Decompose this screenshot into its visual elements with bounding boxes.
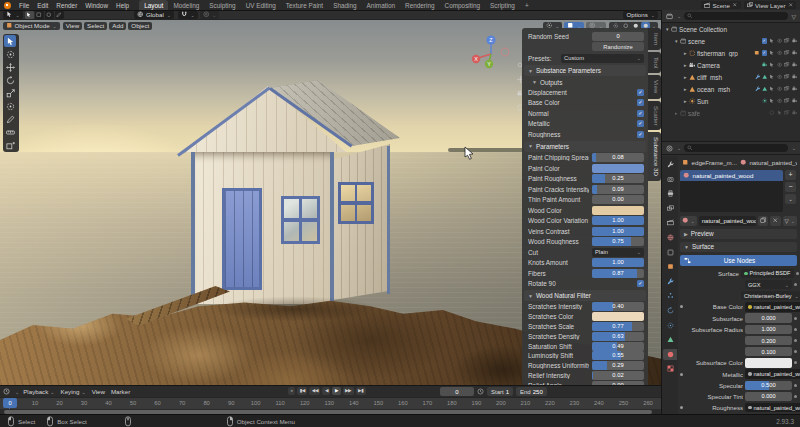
outliner-search-input[interactable] <box>684 12 788 20</box>
properties-search-input[interactable] <box>684 144 788 152</box>
tab-scripting[interactable]: Scripting <box>485 0 520 10</box>
disclosure-arrow[interactable]: ▸ <box>684 86 687 92</box>
scene-selector[interactable]: Scene <box>701 1 741 9</box>
sidebar-tab-substance-3d[interactable]: Substance 3D <box>648 132 661 181</box>
decorator-dot[interactable] <box>794 395 797 398</box>
checkbox-displacement[interactable]: ✓ <box>637 89 644 96</box>
scratches-intensity-slider[interactable]: 0.40 <box>592 302 644 311</box>
jump-to-start-button[interactable]: ▮◀ <box>297 387 307 395</box>
circle-toggle-icon[interactable] <box>769 110 775 116</box>
select-mode-circle[interactable] <box>45 11 54 19</box>
checkbox-metallic[interactable]: ✓ <box>637 120 644 127</box>
tab-layout[interactable]: Layout <box>139 0 168 10</box>
outliner-row-cliff-msh[interactable]: ▸cliff_msh <box>662 71 800 83</box>
disclosure-arrow[interactable]: ▸ <box>675 110 678 116</box>
wood-color-variation-slider[interactable]: 1.00 <box>592 216 644 225</box>
tool-transform[interactable] <box>4 100 16 112</box>
parameters-header[interactable]: ▼Parameters <box>524 141 646 152</box>
scratches-scale-slider[interactable]: 0.77 <box>592 322 644 331</box>
luminosity-shift-slider[interactable]: 0.55 <box>592 351 644 360</box>
decorator-dot[interactable] <box>794 283 797 286</box>
cam-toggle-icon[interactable] <box>792 110 798 116</box>
play-button[interactable]: ▶ <box>332 387 340 395</box>
properties-tab-constraints[interactable] <box>663 320 677 331</box>
christensen-burley-dropdown[interactable]: Christensen-Burley⌄ <box>741 291 800 300</box>
cursor-toggle-icon[interactable] <box>769 74 775 80</box>
properties-tab-object[interactable] <box>663 261 677 272</box>
breadcrumb-object[interactable]: edgeFrame_m... <box>692 159 737 166</box>
roughness-uniformity-slider[interactable]: 0.29 <box>592 361 644 370</box>
jump-to-end-button[interactable]: ▶▮ <box>356 387 366 395</box>
add-slot-button[interactable]: + <box>785 170 796 180</box>
properties-tab-view-layer[interactable] <box>663 203 677 214</box>
frame-start-field[interactable]: Start1 <box>487 387 513 396</box>
cursor-toggle-icon[interactable] <box>769 38 775 44</box>
relief-intensity-slider[interactable]: 0.02 <box>592 371 644 380</box>
sidebar-tab-scatter[interactable]: Scatter <box>648 101 661 131</box>
value-value-field[interactable]: 0.200 <box>745 336 792 345</box>
cam-toggle-icon[interactable] <box>792 86 798 92</box>
disclosure-arrow[interactable]: ▸ <box>684 98 687 104</box>
eye-toggle-icon[interactable] <box>777 98 783 104</box>
screen-toggle-icon[interactable] <box>784 62 790 68</box>
base-color-field[interactable]: natural_painted_wood_4 <box>745 302 800 311</box>
slot-specials-button[interactable]: ⌄ <box>785 194 796 204</box>
menu-file[interactable]: File <box>15 2 33 9</box>
eye-toggle-icon[interactable] <box>777 50 783 56</box>
cursor-toggle-icon[interactable] <box>769 62 775 68</box>
tab-animation[interactable]: Animation <box>362 0 400 10</box>
surface-field[interactable]: Principled BSDF <box>741 269 794 278</box>
timeline-editor-icon[interactable] <box>3 388 10 395</box>
properties-tab-modifiers[interactable] <box>663 276 677 287</box>
cut-dropdown[interactable]: Plain⌄ <box>592 248 644 257</box>
tool-cursor[interactable] <box>4 48 16 60</box>
properties-tab-tool[interactable] <box>663 159 677 170</box>
outliner-row-safe[interactable]: ▸safe <box>662 107 800 119</box>
outliner-row-scene[interactable]: ▾scene✓ <box>662 35 800 47</box>
properties-tab-output[interactable] <box>663 188 677 199</box>
use-preview-range-icon[interactable] <box>477 388 484 395</box>
decorator-dot[interactable] <box>794 328 797 331</box>
specular-tint-value-field[interactable]: 0.000 <box>745 392 792 401</box>
value-value-field[interactable]: 0.100 <box>745 347 792 356</box>
tab-sculpting[interactable]: Sculpting <box>204 0 240 10</box>
cursor-toggle-icon[interactable] <box>769 98 775 104</box>
properties-tab-collection[interactable] <box>663 247 677 258</box>
saturation-shift-slider[interactable]: 0.49 <box>592 342 644 351</box>
properties-tab-particles[interactable] <box>663 290 677 301</box>
remove-slot-button[interactable]: − <box>785 182 796 192</box>
select-mode-box[interactable] <box>35 11 44 19</box>
decorator-dot[interactable] <box>796 272 799 275</box>
decorator-dot[interactable] <box>794 384 797 387</box>
unlink-scene-icon[interactable] <box>732 2 738 8</box>
cam-toggle-icon[interactable] <box>792 50 798 56</box>
tool-scale[interactable] <box>4 87 16 99</box>
animate-dot[interactable] <box>680 406 683 409</box>
sidebar-tab-tool[interactable]: Tool <box>648 52 661 73</box>
menu-help[interactable]: Help <box>112 2 133 9</box>
timeline-menu-marker[interactable]: Marker <box>111 388 130 395</box>
outliner-row-camera[interactable]: ▸Camera <box>662 59 800 71</box>
checkbox-base-color[interactable]: ✓ <box>637 99 644 106</box>
menu-render[interactable]: Render <box>52 2 81 9</box>
scratches-color-color-swatch[interactable] <box>592 312 644 321</box>
snap-toggle[interactable]: ⌄ <box>178 11 198 19</box>
properties-tab-texture[interactable] <box>663 363 677 374</box>
cam-toggle-icon[interactable] <box>792 74 798 80</box>
outliner-row-scene-collection[interactable]: ▾Scene Collection <box>662 23 800 35</box>
screen-toggle-icon[interactable] <box>784 38 790 44</box>
subsurface-color-color-swatch[interactable] <box>745 358 792 367</box>
view-layer-selector[interactable]: View Layer <box>744 1 797 9</box>
wood-color-color-swatch[interactable] <box>592 206 644 215</box>
material-slot-selected[interactable]: natural_painted_wood <box>680 170 783 181</box>
paint-color-color-swatch[interactable] <box>592 164 644 173</box>
knots-amount-slider[interactable]: 1.00 <box>592 258 644 267</box>
material-slot-list[interactable]: natural_painted_wood <box>680 170 783 212</box>
cam-toggle-icon[interactable] <box>792 38 798 44</box>
fibers-slider[interactable]: 0.87 <box>592 269 644 278</box>
specular-slider[interactable]: 0.500 <box>745 381 792 390</box>
subsurface-radius-value-field[interactable]: 1.000 <box>745 325 792 334</box>
properties-tab-material[interactable] <box>663 349 677 360</box>
thin-paint-amount-slider[interactable]: 0.00 <box>592 195 644 204</box>
disclosure-arrow[interactable]: ▾ <box>666 26 669 32</box>
